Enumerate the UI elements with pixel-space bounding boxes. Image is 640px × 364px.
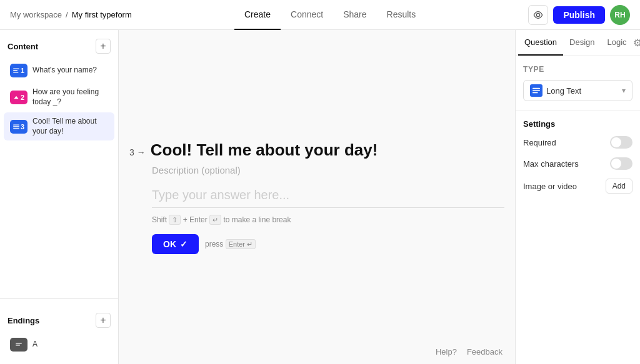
item-text-3: Cool! Tell me about your day! (32, 117, 108, 136)
breadcrumb-separator: / (66, 10, 68, 19)
help-link[interactable]: Help? (436, 347, 457, 357)
max-chars-label: Max characters (523, 159, 579, 169)
svg-point-0 (537, 13, 540, 16)
item-badge-3: 3 (10, 120, 28, 134)
tab-connect[interactable]: Connect (281, 0, 333, 30)
type-icon (530, 84, 542, 97)
tab-share[interactable]: Share (333, 0, 376, 30)
endings-label: Endings (8, 316, 39, 325)
nav-tabs: Create Connect Share Results (234, 0, 426, 30)
max-chars-toggle[interactable] (610, 157, 632, 170)
type-label: Type (523, 65, 632, 74)
canvas-footer: Help? Feedback (436, 347, 502, 357)
item-num-3: 3 (21, 123, 24, 130)
panel-tab-logic[interactable]: Logic (601, 30, 633, 56)
ok-row: OK ✓ press Enter ↵ (152, 234, 504, 254)
feedback-link[interactable]: Feedback (467, 347, 502, 357)
main-layout: Content + 1 What's your name? 2 How are … (0, 30, 640, 364)
settings-label: Settings (523, 119, 632, 129)
preview-button[interactable] (528, 5, 548, 25)
breadcrumb: My workspace / My first typeform (10, 10, 132, 19)
question-label: 3 → Cool! Tell me about your day! (129, 140, 504, 160)
max-chars-row: Max characters (523, 157, 632, 170)
image-video-label: Image or video (523, 182, 577, 191)
tab-create[interactable]: Create (234, 0, 281, 30)
svg-rect-6 (13, 128, 19, 129)
panel-tab-design[interactable]: Design (563, 30, 601, 56)
svg-rect-8 (16, 345, 20, 345)
add-content-button[interactable]: + (96, 39, 111, 54)
svg-rect-11 (532, 92, 538, 94)
svg-rect-1 (13, 68, 19, 69)
endings-badge (10, 338, 28, 352)
item-text-2: How are you feeling today _? (32, 87, 108, 107)
top-nav: My workspace / My first typeform Create … (0, 0, 640, 30)
svg-rect-5 (13, 126, 19, 127)
endings-section-header: Endings + (0, 304, 118, 333)
type-section: Type Long Text ▾ (516, 56, 640, 110)
add-endings-button[interactable]: + (96, 313, 111, 328)
sidebar-item-2[interactable]: 2 How are you feeling today _? (4, 83, 114, 111)
canvas: 3 → Cool! Tell me about your day! Descri… (119, 30, 515, 364)
item-num-1: 1 (21, 67, 24, 74)
panel-tabs: Question Design Logic ⚙ (516, 30, 640, 56)
right-panel: Question Design Logic ⚙ Type Long Text ▾… (515, 30, 640, 364)
hint-text: Shift ⇧ + Enter ↵ to make a line break (152, 215, 504, 224)
question-description[interactable]: Description (optional) (152, 165, 504, 175)
canvas-content: 3 → Cool! Tell me about your day! Descri… (129, 128, 504, 267)
item-num-2: 2 (21, 94, 24, 101)
svg-rect-10 (532, 90, 540, 91)
endings-item-label: A (32, 340, 38, 350)
panel-settings-icon[interactable]: ⚙ (633, 34, 640, 52)
svg-rect-9 (532, 88, 540, 89)
type-value: Long Text (546, 86, 581, 96)
panel-tab-question[interactable]: Question (518, 30, 563, 56)
svg-rect-3 (13, 72, 19, 72)
answer-area: Type your answer here... Shift ⇧ + Enter… (152, 188, 504, 254)
svg-rect-2 (13, 70, 18, 71)
sidebar-item-1[interactable]: 1 What's your name? (4, 59, 114, 82)
breadcrumb-workspace[interactable]: My workspace (10, 10, 62, 19)
endings-item[interactable]: A (4, 333, 114, 356)
item-text-1: What's your name? (32, 66, 97, 76)
svg-rect-4 (13, 124, 19, 125)
publish-button[interactable]: Publish (553, 6, 605, 24)
breadcrumb-current: My first typeform (72, 10, 132, 19)
nav-actions: Publish RH (528, 5, 630, 25)
ok-button[interactable]: OK ✓ (152, 234, 199, 254)
sidebar: Content + 1 What's your name? 2 How are … (0, 30, 119, 364)
required-label: Required (523, 138, 556, 147)
tab-results[interactable]: Results (377, 0, 426, 30)
question-text[interactable]: Cool! Tell me about your day! (151, 140, 378, 160)
sidebar-item-3[interactable]: 3 Cool! Tell me about your day! (4, 112, 114, 140)
press-enter-hint: press Enter ↵ (205, 240, 256, 248)
content-label: Content (8, 42, 38, 51)
type-select[interactable]: Long Text ▾ (523, 80, 632, 101)
item-badge-2: 2 (10, 91, 28, 104)
avatar: RH (610, 5, 630, 25)
item-badge-1: 1 (10, 64, 28, 77)
question-number: 3 → (129, 147, 146, 157)
type-chevron-icon: ▾ (622, 86, 626, 95)
add-media-button[interactable]: Add (606, 179, 632, 194)
required-row: Required (523, 136, 632, 149)
image-video-row: Image or video Add (523, 179, 632, 194)
settings-section: Settings Required Max characters Image o… (516, 110, 640, 211)
svg-rect-7 (16, 343, 22, 343)
answer-placeholder[interactable]: Type your answer here... (152, 188, 504, 208)
content-section-header: Content + (0, 30, 118, 59)
required-toggle[interactable] (610, 136, 632, 149)
